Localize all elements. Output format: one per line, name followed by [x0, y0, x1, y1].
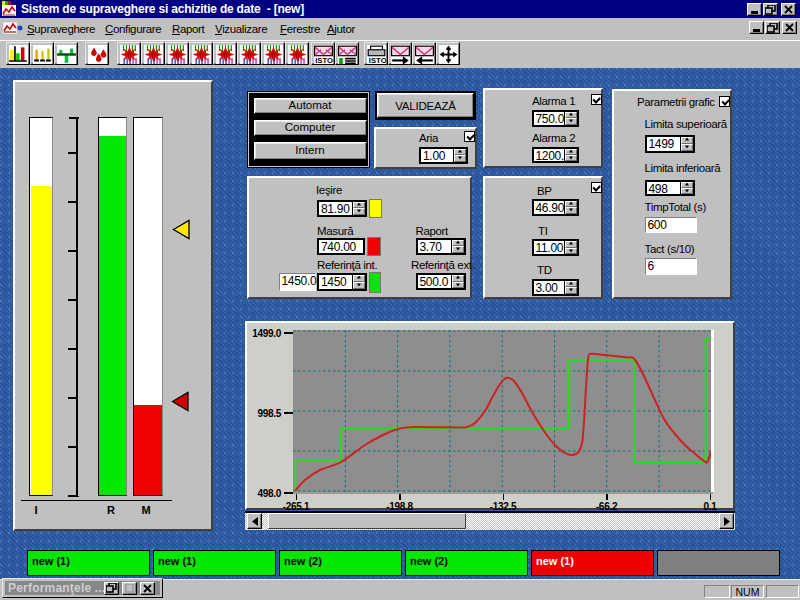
- svg-text:ISTO: ISTO: [369, 56, 386, 64]
- svg-text:ISTO: ISTO: [315, 56, 333, 64]
